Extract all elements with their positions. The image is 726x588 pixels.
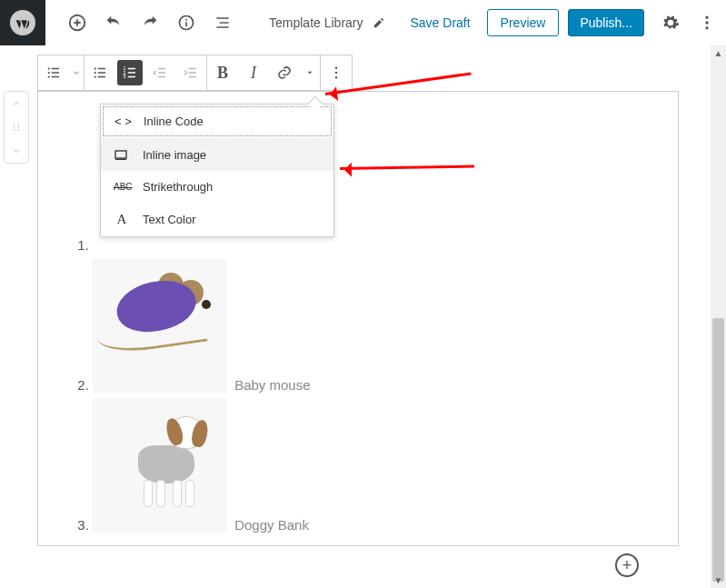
- bulleted-list-icon[interactable]: [85, 55, 115, 90]
- move-up-icon[interactable]: [5, 92, 28, 115]
- wordpress-logo-icon: [10, 10, 35, 35]
- richtext-more-dropdown-icon[interactable]: [300, 55, 320, 90]
- save-draft-button[interactable]: Save Draft: [403, 10, 477, 35]
- outline-icon[interactable]: [213, 13, 233, 33]
- scroll-up-icon[interactable]: ▲: [711, 45, 726, 61]
- svg-point-10: [48, 75, 50, 77]
- transform-chevron-icon[interactable]: [69, 55, 84, 90]
- dropdown-item-inline-code[interactable]: < > Inline Code: [103, 106, 332, 136]
- svg-point-24: [14, 129, 15, 131]
- document-title-wrap[interactable]: Template Library: [269, 15, 385, 30]
- vertical-scrollbar[interactable]: ▲ ▼: [711, 45, 726, 588]
- svg-point-19: [335, 76, 337, 78]
- svg-point-18: [335, 72, 337, 74]
- svg-point-25: [18, 129, 20, 131]
- list-block-icon[interactable]: [38, 55, 69, 90]
- app-root: { "top": { "doc_title": "Template Librar…: [0, 0, 726, 588]
- image-icon: [114, 147, 130, 162]
- top-right-actions: Save Draft Preview Publish...: [403, 9, 717, 36]
- svg-point-7: [705, 26, 708, 29]
- svg-point-23: [18, 126, 20, 128]
- svg-point-22: [14, 126, 15, 128]
- wordpress-logo[interactable]: [0, 0, 45, 45]
- svg-rect-4: [185, 22, 187, 26]
- undo-icon[interactable]: [104, 13, 124, 33]
- svg-point-9: [48, 72, 50, 74]
- scroll-down-icon[interactable]: ▼: [711, 573, 726, 588]
- move-down-icon[interactable]: [5, 139, 28, 163]
- link-icon[interactable]: [269, 55, 300, 90]
- drag-handle-icon[interactable]: [5, 115, 28, 139]
- edit-title-icon: [373, 16, 385, 29]
- italic-icon[interactable]: I: [238, 55, 269, 90]
- svg-point-8: [48, 67, 50, 69]
- add-block-end-icon[interactable]: +: [615, 553, 639, 577]
- scroll-thumb[interactable]: [712, 318, 724, 582]
- more-menu-icon[interactable]: [697, 13, 717, 33]
- preview-button[interactable]: Preview: [487, 9, 560, 36]
- dropdown-item-label: Strikethrough: [143, 180, 213, 194]
- richtext-more-dropdown: < > Inline Code Inline image ABC Striket…: [100, 104, 334, 237]
- block-toolbar: 123 B I: [37, 55, 353, 91]
- svg-point-11: [94, 67, 96, 69]
- list-item-2[interactable]: Baby mouse: [93, 258, 678, 393]
- block-more-icon[interactable]: [321, 55, 352, 90]
- dropdown-item-strikethrough[interactable]: ABC Strikethrough: [101, 171, 333, 203]
- dropdown-item-label: Inline image: [143, 148, 206, 162]
- indent-icon: [175, 55, 206, 90]
- list-item-3-text: Doggy Bank: [234, 517, 309, 533]
- ordered-list-block[interactable]: Baby mouse Doggy Bank: [93, 237, 678, 533]
- list-item-2-text: Baby mouse: [234, 377, 310, 393]
- svg-point-17: [335, 67, 337, 69]
- svg-rect-26: [115, 151, 126, 158]
- redo-icon[interactable]: [140, 13, 160, 33]
- dropdown-item-label: Inline Code: [144, 115, 204, 128]
- top-left-tools: [67, 13, 233, 33]
- dropdown-item-text-color[interactable]: A Text Color: [101, 203, 333, 236]
- info-icon[interactable]: [176, 13, 196, 33]
- strikethrough-icon: ABC: [114, 182, 130, 192]
- svg-point-12: [94, 72, 96, 74]
- bold-icon[interactable]: B: [207, 55, 238, 90]
- svg-point-21: [18, 124, 20, 125]
- svg-text:3: 3: [124, 74, 126, 79]
- publish-button[interactable]: Publish...: [568, 9, 644, 36]
- add-block-icon[interactable]: [67, 13, 87, 33]
- svg-point-13: [94, 75, 96, 77]
- svg-point-5: [705, 16, 708, 19]
- document-title: Template Library: [269, 15, 363, 30]
- svg-point-6: [705, 21, 708, 24]
- inline-image-dog[interactable]: [93, 398, 227, 533]
- ordered-list-icon[interactable]: 123: [117, 60, 143, 85]
- code-icon: < >: [114, 115, 131, 128]
- outdent-icon: [144, 55, 175, 90]
- list-item-1[interactable]: [93, 237, 678, 253]
- topbar: Template Library Save Draft Preview Publ…: [0, 0, 726, 45]
- settings-gear-icon[interactable]: [661, 13, 681, 33]
- textcolor-icon: A: [114, 212, 130, 227]
- svg-point-20: [14, 124, 15, 125]
- block-mover: [4, 91, 29, 164]
- dropdown-item-label: Text Color: [143, 213, 196, 226]
- dropdown-item-inline-image[interactable]: Inline image: [101, 138, 333, 171]
- list-item-3[interactable]: Doggy Bank: [93, 398, 678, 533]
- inline-image-mouse[interactable]: [93, 258, 227, 393]
- svg-point-3: [185, 19, 187, 21]
